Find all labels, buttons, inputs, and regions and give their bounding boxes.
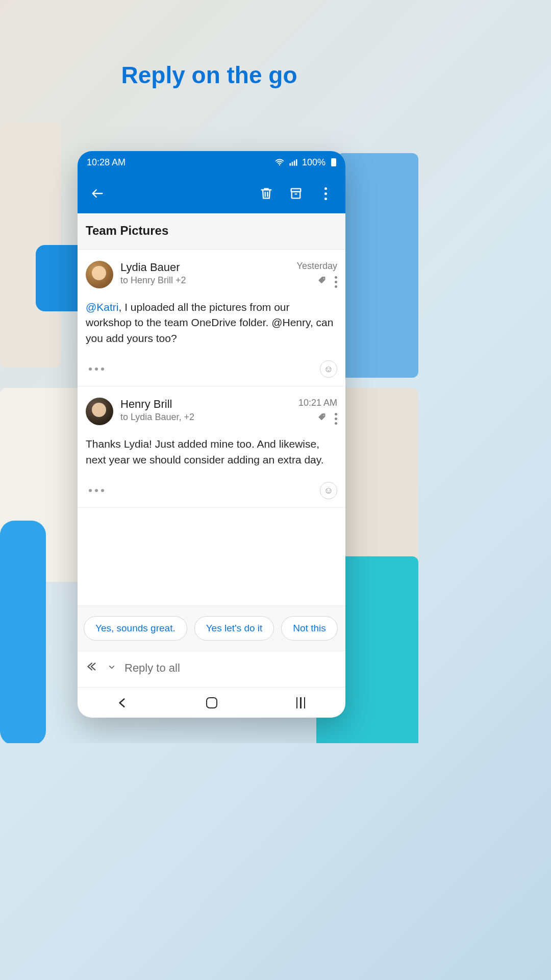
message-body: Thanks Lydia! Just added mine too. And l… bbox=[86, 436, 337, 468]
message-more-button[interactable] bbox=[335, 413, 337, 425]
tag-icon[interactable] bbox=[317, 276, 328, 288]
avatar[interactable] bbox=[86, 261, 113, 288]
battery-icon bbox=[331, 158, 336, 166]
email-subject: Team Pictures bbox=[86, 224, 337, 238]
svg-point-0 bbox=[279, 164, 281, 166]
expand-quoted-button[interactable] bbox=[86, 486, 107, 495]
svg-rect-2 bbox=[292, 162, 293, 166]
add-reaction-button[interactable]: ☺ bbox=[320, 360, 337, 378]
back-button[interactable] bbox=[85, 181, 110, 206]
status-battery-pct: 100% bbox=[302, 157, 325, 168]
svg-rect-4 bbox=[296, 159, 297, 166]
message-timestamp: 10:21 AM bbox=[298, 398, 337, 408]
suggested-reply-chip[interactable]: Yes let's do it bbox=[194, 616, 274, 641]
add-reaction-button[interactable]: ☺ bbox=[320, 482, 337, 499]
archive-button[interactable] bbox=[283, 181, 309, 206]
status-time: 10:28 AM bbox=[87, 157, 126, 168]
reply-bar[interactable]: Reply to all bbox=[78, 651, 345, 687]
svg-point-6 bbox=[323, 278, 324, 280]
sender-name: Henry Brill bbox=[120, 398, 291, 411]
message-item[interactable]: Lydia Bauer to Henry Brill +2 Yesterday … bbox=[78, 250, 345, 386]
system-nav-bar bbox=[78, 687, 345, 718]
app-bar bbox=[78, 174, 345, 213]
svg-point-7 bbox=[323, 415, 324, 416]
recipients-summary[interactable]: to Henry Brill +2 bbox=[120, 275, 290, 286]
tag-icon[interactable] bbox=[317, 412, 328, 425]
avatar[interactable] bbox=[86, 398, 113, 425]
status-bar: 10:28 AM 100% bbox=[78, 151, 345, 174]
nav-recents-button[interactable] bbox=[289, 691, 313, 715]
sender-name: Lydia Bauer bbox=[120, 261, 290, 274]
phone-frame: 10:28 AM 100% Team Pictures bbox=[78, 151, 345, 718]
delete-button[interactable] bbox=[254, 181, 279, 206]
suggested-replies-row[interactable]: Yes, sounds great. Yes let's do it Not t… bbox=[78, 605, 345, 651]
promo-headline: Reply on the go bbox=[0, 0, 418, 89]
suggested-reply-chip[interactable]: Yes, sounds great. bbox=[84, 616, 187, 641]
expand-quoted-button[interactable] bbox=[86, 364, 107, 374]
more-button[interactable] bbox=[313, 181, 338, 206]
suggested-reply-chip[interactable]: Not this bbox=[281, 616, 337, 641]
message-timestamp: Yesterday bbox=[297, 261, 337, 272]
svg-rect-5 bbox=[291, 189, 301, 192]
reply-mode-dropdown[interactable] bbox=[107, 663, 116, 674]
wifi-icon bbox=[274, 157, 285, 167]
nav-home-button[interactable] bbox=[199, 691, 224, 715]
message-item[interactable]: Henry Brill to Lydia Bauer, +2 10:21 AM … bbox=[78, 386, 345, 508]
recipients-summary[interactable]: to Lydia Bauer, +2 bbox=[120, 412, 291, 423]
message-more-button[interactable] bbox=[335, 276, 337, 288]
reply-placeholder[interactable]: Reply to all bbox=[124, 662, 180, 675]
reply-all-icon[interactable] bbox=[86, 660, 99, 676]
nav-back-button[interactable] bbox=[110, 691, 135, 715]
signal-icon bbox=[288, 157, 298, 167]
svg-rect-3 bbox=[294, 161, 295, 166]
subject-bar: Team Pictures bbox=[78, 213, 345, 250]
message-body: @Katri, I uploaded all the pictures from… bbox=[86, 300, 337, 346]
svg-rect-1 bbox=[289, 163, 291, 166]
message-thread[interactable]: Lydia Bauer to Henry Brill +2 Yesterday … bbox=[78, 250, 345, 605]
mention-link[interactable]: @Katri bbox=[86, 301, 119, 313]
